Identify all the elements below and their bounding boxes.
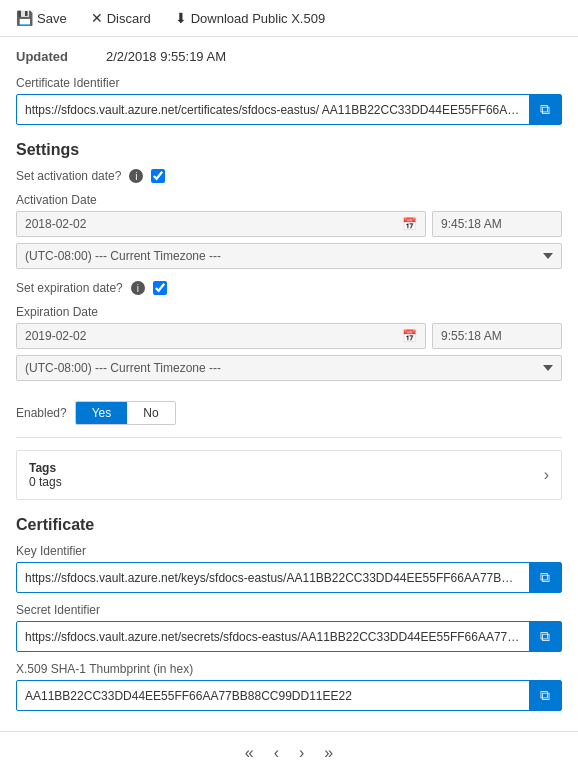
save-label: Save	[37, 11, 67, 26]
expiration-timezone-select[interactable]: (UTC-08:00) --- Current Timezone ---	[16, 355, 562, 381]
certificate-title: Certificate	[16, 516, 562, 534]
navigation-bar: « ‹ › »	[0, 731, 578, 771]
copy-secret-icon: ⧉	[540, 628, 550, 645]
thumbprint-row: ⧉	[16, 680, 562, 711]
enabled-toggle-group: Yes No	[75, 401, 176, 425]
prev-page-button[interactable]: ‹	[268, 740, 285, 766]
updated-value: 2/2/2018 9:55:19 AM	[106, 49, 226, 64]
expiration-calendar-icon[interactable]: 📅	[402, 329, 417, 343]
activation-date-row: 📅	[16, 211, 562, 237]
expiration-date-input[interactable]	[25, 329, 396, 343]
cert-identifier-label: Certificate Identifier	[16, 76, 562, 90]
download-icon: ⬇	[175, 10, 187, 26]
tags-content: Tags 0 tags	[29, 461, 544, 489]
toolbar: 💾 Save ✕ Discard ⬇ Download Public X.509	[0, 0, 578, 37]
main-content: Updated 2/2/2018 9:55:19 AM Certificate …	[0, 37, 578, 731]
updated-row: Updated 2/2/2018 9:55:19 AM	[16, 49, 562, 64]
save-button[interactable]: 💾 Save	[12, 8, 71, 28]
secret-identifier-copy-button[interactable]: ⧉	[529, 622, 561, 651]
discard-icon: ✕	[91, 10, 103, 26]
secret-identifier-row: ⧉	[16, 621, 562, 652]
copy-thumbprint-icon: ⧉	[540, 687, 550, 704]
secret-identifier-label: Secret Identifier	[16, 603, 562, 617]
cert-identifier-input[interactable]	[17, 97, 529, 123]
divider-1	[16, 437, 562, 438]
last-page-button[interactable]: »	[318, 740, 339, 766]
activation-date-field-label: Activation Date	[16, 193, 562, 207]
settings-title: Settings	[16, 141, 562, 159]
key-identifier-label: Key Identifier	[16, 544, 562, 558]
save-icon: 💾	[16, 10, 33, 26]
enabled-label: Enabled?	[16, 406, 67, 420]
copy-icon: ⧉	[540, 101, 550, 118]
expiration-date-field-label: Expiration Date	[16, 305, 562, 319]
expiration-date-input-wrapper: 📅	[16, 323, 426, 349]
download-label: Download Public X.509	[191, 11, 325, 26]
enabled-row: Enabled? Yes No	[16, 401, 562, 425]
tags-count: 0 tags	[29, 475, 544, 489]
expiration-date-row: 📅	[16, 323, 562, 349]
no-button[interactable]: No	[127, 402, 174, 424]
activation-date-label: Set activation date?	[16, 169, 121, 183]
secret-identifier-input[interactable]	[17, 624, 529, 650]
copy-key-icon: ⧉	[540, 569, 550, 586]
activation-time-input[interactable]	[432, 211, 562, 237]
thumbprint-copy-button[interactable]: ⧉	[529, 681, 561, 710]
expiration-info-icon[interactable]: i	[131, 281, 145, 295]
discard-label: Discard	[107, 11, 151, 26]
next-page-button[interactable]: ›	[293, 740, 310, 766]
key-identifier-input[interactable]	[17, 565, 529, 591]
activation-calendar-icon[interactable]: 📅	[402, 217, 417, 231]
tags-title: Tags	[29, 461, 544, 475]
expiration-time-input[interactable]	[432, 323, 562, 349]
discard-button[interactable]: ✕ Discard	[87, 8, 155, 28]
expiration-date-label: Set expiration date?	[16, 281, 123, 295]
tags-chevron-icon: ›	[544, 466, 549, 484]
tags-row[interactable]: Tags 0 tags ›	[16, 450, 562, 500]
thumbprint-input[interactable]	[17, 683, 529, 709]
activation-info-icon[interactable]: i	[129, 169, 143, 183]
first-page-button[interactable]: «	[239, 740, 260, 766]
cert-identifier-row: ⧉	[16, 94, 562, 125]
expiration-date-checkbox-row: Set expiration date? i	[16, 281, 562, 295]
cert-identifier-copy-button[interactable]: ⧉	[529, 95, 561, 124]
activation-date-checkbox[interactable]	[151, 169, 165, 183]
activation-timezone-select[interactable]: (UTC-08:00) --- Current Timezone ---	[16, 243, 562, 269]
yes-button[interactable]: Yes	[76, 402, 128, 424]
expiration-date-checkbox[interactable]	[153, 281, 167, 295]
updated-label: Updated	[16, 49, 106, 64]
activation-date-checkbox-row: Set activation date? i	[16, 169, 562, 183]
activation-date-input-wrapper: 📅	[16, 211, 426, 237]
thumbprint-label: X.509 SHA-1 Thumbprint (in hex)	[16, 662, 562, 676]
key-identifier-copy-button[interactable]: ⧉	[529, 563, 561, 592]
activation-date-input[interactable]	[25, 217, 396, 231]
download-button[interactable]: ⬇ Download Public X.509	[171, 8, 329, 28]
key-identifier-row: ⧉	[16, 562, 562, 593]
